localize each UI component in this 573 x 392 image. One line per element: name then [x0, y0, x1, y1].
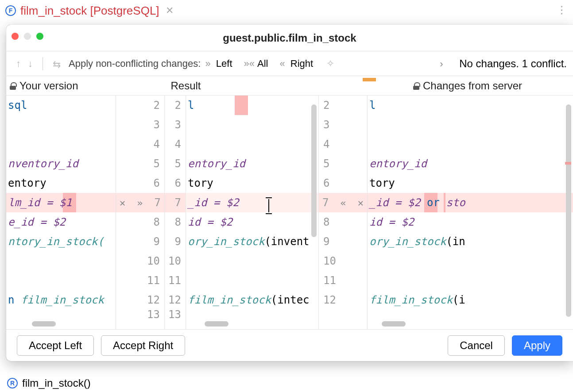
code-line-conflict: lm_id = $1: [6, 193, 116, 212]
code-line-conflict: _id = $2 or sto: [368, 193, 573, 212]
column-header-left: Your version: [6, 80, 116, 92]
accept-left-icon[interactable]: »: [137, 197, 143, 208]
merge-column-headers: Your version Result Changes from server: [6, 76, 573, 96]
dialog-titlebar: guest.public.film_in_stock: [6, 25, 573, 51]
apply-all-button[interactable]: »«All: [244, 58, 271, 69]
code-line: ntory_in_stock(: [6, 232, 116, 251]
breadcrumb-routine[interactable]: R film_in_stock(): [7, 377, 91, 389]
line-number: 7: [322, 196, 329, 209]
code-line: id = $2: [186, 212, 318, 232]
sync-scroll-icon[interactable]: ⇆: [53, 59, 61, 70]
code-line: tory: [368, 173, 573, 193]
code-line: [186, 135, 318, 154]
line-number: 2: [319, 96, 367, 115]
code-line: ory_in_stock(invent: [186, 232, 318, 251]
code-line: [6, 135, 116, 154]
breadcrumb-routine-label: film_in_stock(): [22, 377, 91, 389]
ignore-left-icon[interactable]: ✕: [120, 197, 125, 208]
merge-dialog: guest.public.film_in_stock ↑ ↓ ⇆ Apply n…: [6, 25, 573, 361]
line-number: 10: [116, 251, 164, 271]
pane-server-changes[interactable]: l entory_id tory _id = $2 or sto id = $2…: [368, 96, 573, 329]
line-number: 10: [319, 251, 367, 271]
line-number: 12: [165, 290, 186, 310]
column-header-right-label: Changes from server: [423, 80, 522, 92]
cancel-button[interactable]: Cancel: [448, 335, 505, 356]
code-line: [6, 115, 116, 135]
line-number: 2: [116, 96, 164, 115]
code-line: l: [186, 96, 318, 115]
line-number: 4: [319, 135, 367, 154]
column-header-center-label: Result: [170, 80, 201, 92]
line-number: 2: [165, 96, 186, 115]
window-minimize-icon[interactable]: [24, 33, 31, 40]
column-header-left-label: Your version: [19, 80, 78, 92]
line-number: 11: [319, 271, 367, 290]
code-line: [368, 251, 573, 271]
line-number: 13: [165, 310, 186, 319]
accept-right-button[interactable]: Accept Right: [101, 335, 185, 356]
code-line: e_id = $2: [6, 212, 116, 232]
apply-right-button[interactable]: « Right: [279, 58, 316, 69]
code-line: film_in_stock(i: [368, 290, 573, 310]
column-header-right: Changes from server: [397, 80, 573, 92]
line-number: 9: [116, 232, 164, 251]
horizontal-scrollbar[interactable]: [205, 321, 228, 327]
code-line: film_in_stock(intec: [186, 290, 318, 310]
more-icon[interactable]: ⋯: [556, 5, 568, 16]
line-number: 13: [116, 310, 164, 319]
toolbar-separator: [43, 57, 43, 70]
window-zoom-icon[interactable]: [36, 33, 43, 40]
window-close-icon[interactable]: [12, 33, 19, 40]
line-number: 12: [319, 290, 367, 310]
code-line: tory: [186, 173, 318, 193]
vertical-scrollbar[interactable]: [311, 104, 317, 237]
line-number: 8: [116, 212, 164, 232]
code-line: [368, 135, 573, 154]
code-line: l: [368, 96, 573, 115]
horizontal-scrollbar[interactable]: [382, 321, 406, 327]
vertical-scrollbar[interactable]: [566, 104, 571, 317]
dialog-toolbar: ↑ ↓ ⇆ Apply non-conflicting changes: » L…: [6, 51, 573, 76]
code-line: [368, 271, 573, 290]
window-controls: [12, 33, 43, 40]
pane-result[interactable]: l entory_id tory _id = $2 id = $2 ory_in…: [186, 96, 319, 329]
code-line: sql: [6, 96, 116, 115]
line-number: 3: [319, 115, 367, 135]
line-number: 5: [116, 154, 164, 173]
line-number: 4: [165, 135, 186, 154]
lock-icon: [413, 82, 419, 89]
code-line: nventory_id: [6, 154, 116, 173]
accept-left-button[interactable]: Accept Left: [17, 335, 94, 356]
magic-resolve-icon[interactable]: ✧: [326, 58, 334, 69]
apply-left-button[interactable]: » Left: [205, 58, 235, 69]
pane-your-version[interactable]: sql nventory_id entory lm_id = $1 e_id =…: [6, 96, 116, 329]
gutter-right: 2 3 4 5 6 7 « ✕ 8 9 10 11 12: [319, 96, 368, 329]
line-number: 3: [165, 115, 186, 135]
apply-button[interactable]: Apply: [512, 335, 562, 356]
next-change-icon[interactable]: ↓: [28, 58, 33, 69]
code-line: entory_id: [186, 154, 318, 173]
chevron-right-icon[interactable]: ›: [440, 58, 443, 69]
gutter-center: 2 3 4 5 6 7 8 9 10 11 12 13: [165, 96, 186, 329]
routine-icon: R: [7, 378, 18, 388]
prev-change-icon[interactable]: ↑: [16, 58, 21, 69]
line-number: 7: [165, 193, 186, 212]
line-number: 9: [319, 232, 367, 251]
ignore-right-icon[interactable]: ✕: [358, 197, 364, 208]
accept-right-icon[interactable]: «: [340, 197, 346, 208]
line-number: 8: [165, 212, 186, 232]
line-number: 9: [165, 232, 186, 251]
editor-tab[interactable]: F film_in_stock [PostgreSQL] ✕ ⋯: [0, 0, 573, 21]
gutter-action-row: 7 « ✕: [319, 193, 367, 212]
close-tab-icon[interactable]: ✕: [166, 5, 174, 16]
line-number: 3: [116, 115, 164, 135]
line-number: 10: [165, 251, 186, 271]
merge-status: › No changes. 1 conflict.: [440, 58, 567, 70]
change-marker-icon: [363, 78, 376, 81]
line-number: 7: [155, 196, 161, 209]
code-line: n film_in_stock: [6, 290, 116, 310]
code-line: [186, 115, 318, 135]
column-header-center: Result: [116, 80, 256, 92]
line-number: 6: [165, 173, 186, 193]
horizontal-scrollbar[interactable]: [32, 321, 56, 327]
